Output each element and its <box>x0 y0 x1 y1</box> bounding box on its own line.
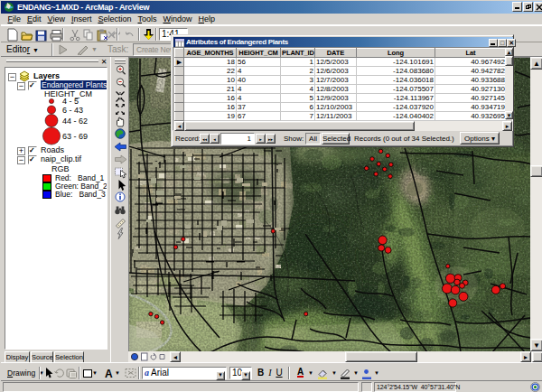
svg-text:A: A <box>105 368 113 380</box>
